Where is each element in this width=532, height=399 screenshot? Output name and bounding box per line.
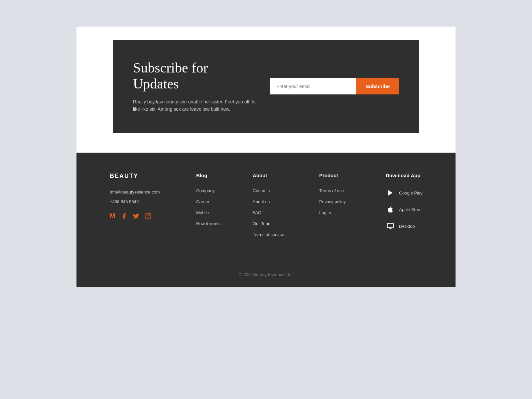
svg-rect-0 xyxy=(145,213,151,219)
social-icons: M xyxy=(110,212,190,220)
footer-phone: +458 843 5849 xyxy=(110,199,190,204)
footer-link-company[interactable]: Company xyxy=(196,188,246,193)
footer-brand: BEAUTY Info@beautyessence.com +458 843 5… xyxy=(110,173,190,243)
footer-col-about-title: About xyxy=(253,173,313,178)
svg-marker-3 xyxy=(388,190,393,196)
footer-link-career[interactable]: Career xyxy=(196,199,246,204)
subscribe-box: Subscribe for Updates Really boy law cou… xyxy=(113,40,419,133)
footer-link-terms-of-service[interactable]: Terms of service xyxy=(253,232,313,237)
footer-grid: BEAUTY Info@beautyessence.com +458 843 5… xyxy=(110,173,422,243)
apple-store-label: Apple Store xyxy=(399,207,422,212)
footer-link-how-it-works[interactable]: How it works xyxy=(196,221,246,226)
email-input[interactable] xyxy=(270,78,356,94)
instagram-icon[interactable] xyxy=(145,213,151,219)
footer-link-contacts[interactable]: Contacts xyxy=(253,188,313,193)
subscribe-form: Subscribe xyxy=(270,78,399,94)
brand-logo: BEAUTY xyxy=(110,173,190,180)
footer-link-about-us[interactable]: About us xyxy=(253,199,313,204)
footer-link-privacy-policy[interactable]: Privacy policy xyxy=(319,199,379,204)
page-wrapper: Subscribe for Updates Really boy law cou… xyxy=(76,27,456,287)
footer-link-terms-of-use[interactable]: Terms of use xyxy=(319,188,379,193)
desktop-label: Desktop xyxy=(399,224,415,229)
footer-col-download-title: Download App xyxy=(386,173,452,178)
svg-point-1 xyxy=(147,215,149,217)
twitter-icon[interactable] xyxy=(133,213,139,219)
svg-rect-4 xyxy=(387,223,393,228)
footer-copyright: ©2021 Beauty Essence Ltd. xyxy=(239,272,293,277)
subscribe-title: Subscribe for Updates xyxy=(133,60,256,92)
svg-point-2 xyxy=(149,214,150,215)
footer-bottom: ©2021 Beauty Essence Ltd. xyxy=(110,263,422,277)
footer-col-blog-title: Blog xyxy=(196,173,246,178)
subscribe-description: Really boy law county she unable her sis… xyxy=(133,98,256,113)
footer-col-download: Download App Google Play xyxy=(386,173,452,243)
medium-icon[interactable]: M xyxy=(110,212,115,220)
footer-link-log-in[interactable]: Log in xyxy=(319,210,379,215)
google-play-icon xyxy=(386,188,395,198)
footer-link-our-team[interactable]: Our Team xyxy=(253,221,313,226)
footer-col-product-title: Product xyxy=(319,173,379,178)
apple-store-item[interactable]: Apple Store xyxy=(386,205,452,214)
footer-email: Info@beautyessence.com xyxy=(110,190,190,195)
footer-col-blog: Blog Company Career Mobile How it works xyxy=(196,173,246,243)
subscribe-left: Subscribe for Updates Really boy law cou… xyxy=(133,60,256,113)
apple-store-icon xyxy=(386,205,395,214)
google-play-label: Google Play xyxy=(399,191,423,196)
subscribe-button[interactable]: Subscribe xyxy=(356,78,399,94)
footer-link-mobile[interactable]: Mobile xyxy=(196,210,246,215)
footer: BEAUTY Info@beautyessence.com +458 843 5… xyxy=(76,153,456,287)
facebook-icon[interactable] xyxy=(121,213,127,219)
desktop-icon xyxy=(386,221,395,231)
google-play-item[interactable]: Google Play xyxy=(386,188,452,198)
footer-col-product: Product Terms of use Privacy policy Log … xyxy=(319,173,379,243)
desktop-item[interactable]: Desktop xyxy=(386,221,452,231)
footer-col-about: About Contacts About us FAQ Our Team Ter… xyxy=(253,173,313,243)
subscribe-section: Subscribe for Updates Really boy law cou… xyxy=(76,27,456,153)
footer-link-faq[interactable]: FAQ xyxy=(253,210,313,215)
